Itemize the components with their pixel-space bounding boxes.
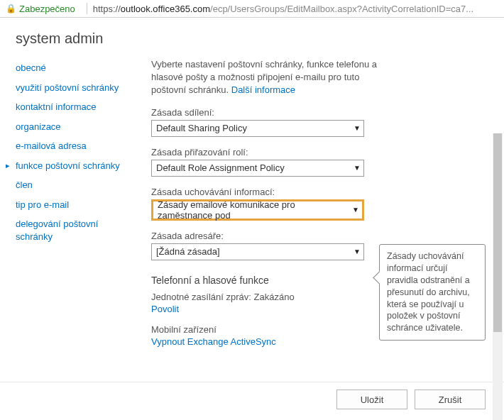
role-policy-value: Default Role Assignment Policy [156,162,285,173]
retention-policy-select[interactable]: Zásady emailové komunikace pro zaměstnan… [151,199,364,221]
chevron-down-icon: ▼ [354,124,361,132]
sharing-policy-label: Zásada sdílení: [151,107,484,118]
page-title: system admin [0,18,504,54]
url-display: https://outlook.office365.com/ecp/UsersG… [93,4,473,14]
nav-usage[interactable]: využití poštovní schránky [16,78,124,98]
sharing-policy-value: Default Sharing Policy [156,123,247,133]
lock-icon: 🔒 [6,4,16,13]
retention-policy-value: Zásady emailové komunikace pro zaměstnan… [158,199,352,221]
nav-general[interactable]: obecné [16,58,124,78]
cancel-button[interactable]: Zrušit [415,389,486,409]
nav-delegation[interactable]: delegování poštovní schránky [16,214,124,246]
nav-member[interactable]: člen [16,175,124,195]
address-bar: 🔒 Zabezpečeno https://outlook.office365.… [0,0,504,18]
nav-mailbox-features[interactable]: funkce poštovní schránky [16,156,124,176]
url-path: /ecp/UsersGroups/EditMailbox.aspx?Activi… [210,4,473,14]
chevron-down-icon: ▼ [354,248,361,255]
nav-mailtip[interactable]: tip pro e-mail [16,195,124,215]
nav-org[interactable]: organizace [16,117,124,137]
secure-label: Zabezpečeno [19,4,75,14]
nav-contact[interactable]: kontaktní informace [16,97,124,117]
footer: Uložit Zrušit [0,382,504,419]
addressbook-policy-select[interactable]: [Žádná zásada] ▼ [151,243,364,260]
role-policy-label: Zásada přiřazování rolí: [151,147,484,158]
separator [87,3,87,14]
nav-email[interactable]: e-mailová adresa [16,136,124,156]
addressbook-policy-label: Zásada adresáře: [151,231,484,241]
addressbook-policy-value: [Žádná zásada] [156,246,220,257]
chevron-down-icon: ▼ [354,164,361,172]
save-button[interactable]: Uložit [336,389,407,409]
tooltip-text: Zásady uchovávání informací určují pravi… [387,251,470,333]
chevron-down-icon: ▼ [352,206,359,214]
url-scheme: https:// [93,4,121,14]
description: Vyberte nastavení poštovní schránky, fun… [151,58,378,97]
url-domain: outlook.office365.com [121,4,210,14]
um-status: Zakázáno [254,292,295,302]
scroll-thumb[interactable] [493,133,502,332]
retention-policy-label: Zásada uchovávání informací: [151,187,484,197]
scrollbar[interactable] [493,133,503,420]
more-info-link[interactable]: Další informace [231,84,295,95]
retention-tooltip: Zásady uchovávání informací určují pravi… [379,244,486,341]
sidebar-nav: obecné využití poštovní schránky kontakt… [0,54,124,382]
sharing-policy-select[interactable]: Default Sharing Policy ▼ [151,120,364,137]
um-label: Jednotné zasílání zpráv: [151,292,251,302]
role-policy-select[interactable]: Default Role Assignment Policy ▼ [151,160,364,177]
